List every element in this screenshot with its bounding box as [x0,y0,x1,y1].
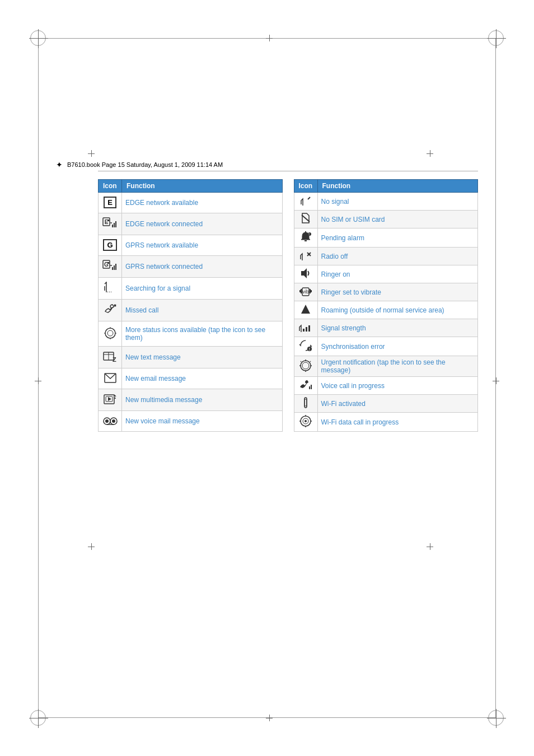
missed-call-icon [104,309,117,316]
radio-off-icon [299,255,312,263]
table-row: Roaming (outside of normal service area) [294,301,478,319]
func-cell: No signal [317,193,478,211]
header-bar: ✦ B7610.book Page 15 Saturday, August 1,… [56,160,478,170]
svg-rect-68 [311,385,312,389]
svg-line-65 [310,361,311,362]
svg-point-18 [107,330,113,336]
func-cell: EDGE network connected [122,213,283,235]
table-row: G GPRS network available [99,235,283,255]
new-mms-icon [104,399,117,407]
no-signal-icon [300,200,311,208]
corner-mark-tl [30,30,46,46]
func-cell: GPRS network available [122,235,283,255]
func-cell: Radio off [317,248,478,265]
func-cell: Voice call in progress [317,377,478,395]
func-cell: Urgent notification (tap the icon to see… [317,356,478,377]
mark-mid-bottom [266,715,273,721]
func-cell: New voice mail message [122,411,283,432]
table-row: E EDGE network available [99,193,283,213]
table-row: Missed call [99,299,283,321]
pending-alarm-icon: ! [299,237,312,245]
icon-cell: vib [294,283,317,301]
ringer-on-icon [299,273,312,281]
func-cell: More status icons available (tap the ico… [122,321,283,346]
table-row: ... Searching for a signal [99,277,283,299]
icon-cell: ! [294,228,317,248]
svg-point-60 [302,362,309,369]
right-table-icon-header: Icon [294,180,317,193]
icon-cell [294,301,317,319]
content-area: Icon Function E EDGE network available E [98,179,478,432]
svg-line-39 [302,215,310,222]
table-row: G GPRS network connected [99,255,283,277]
func-cell: Roaming (outside of normal service area) [317,301,478,319]
table-row: New email message [99,368,283,389]
table-row: Voice call in progress [294,377,478,395]
table-row: Signal strength [294,319,478,337]
func-cell: Pending alarm [317,228,478,248]
svg-rect-11 [112,267,113,270]
icon-cell [99,389,122,411]
header-text: B7610.book Page 15 Saturday, August 1, 2… [67,161,223,168]
icon-cell: Z [99,347,122,368]
svg-rect-9 [107,262,109,264]
icon-cell: ... [99,277,122,299]
right-icon-table: Icon Function No signal [294,179,479,432]
svg-rect-55 [306,327,307,332]
svg-point-74 [305,420,307,422]
svg-marker-46 [301,268,307,278]
func-cell: Wi-Fi activated [317,395,478,413]
wifi-activated-icon [300,402,311,410]
icon-cell [99,321,122,346]
svg-marker-30 [108,397,111,401]
svg-line-38 [308,197,310,199]
left-table-icon-header: Icon [99,180,122,193]
func-cell: Signal strength [317,319,478,337]
func-cell: New text message [122,347,283,368]
left-table-func-header: Function [122,180,283,193]
svg-rect-67 [309,386,310,389]
icon-cell: E [99,213,122,235]
table-row: Z New text message [99,347,283,368]
table-row: Wi-Fi activated [294,395,478,413]
table-row: No signal [294,193,478,211]
mark-guide-bl [88,543,95,550]
svg-rect-2 [107,220,109,221]
new-text-message-icon: Z [103,356,118,364]
edge-available-icon: E [104,197,116,208]
icon-cell: ! [294,337,317,356]
mark-guide-br [427,543,433,550]
svg-text:Z: Z [113,356,116,362]
urgent-notification-icon [299,366,312,374]
icon-cell [294,265,317,283]
corner-mark-bl [30,710,46,726]
icon-cell [99,411,122,432]
svg-rect-12 [114,265,115,270]
table-row: ! Synchronisation error [294,337,478,356]
table-row: Radio off [294,248,478,265]
svg-rect-6 [115,221,116,227]
svg-text:...: ... [107,287,112,293]
func-cell: Synchronisation error [317,337,478,356]
svg-line-66 [301,361,301,362]
icon-cell [294,319,317,337]
corner-mark-tr [488,30,504,46]
icon-cell [294,193,317,211]
icon-cell [99,299,122,321]
svg-point-17 [105,328,115,338]
more-icons-icon [104,333,116,341]
corner-mark-br [488,710,504,726]
left-icon-table: Icon Function E EDGE network available E [98,179,283,432]
mark-mid-top [266,35,273,41]
func-cell: Searching for a signal [122,277,283,299]
svg-rect-13 [115,264,116,270]
mark-mid-left [35,377,41,384]
func-cell: Ringer on [317,265,478,283]
func-cell: Ringer set to vibrate [317,283,478,301]
svg-marker-53 [301,305,310,314]
icon-cell [294,395,317,413]
svg-point-36 [112,419,115,423]
table-row: E EDGE network connected [99,213,283,235]
func-cell: Missed call [122,299,283,321]
icon-cell: G [99,255,122,277]
